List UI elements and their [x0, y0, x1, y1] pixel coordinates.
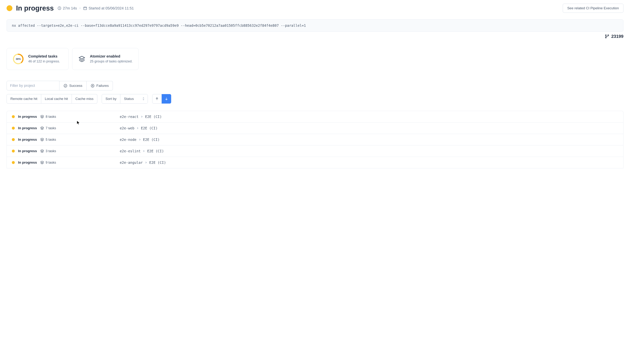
layers-icon	[40, 115, 44, 119]
task-count: 5 tasks	[40, 138, 56, 142]
summary-cards: 38% Completed tasks 46 of 122 in progres…	[6, 48, 624, 70]
layers-icon	[40, 126, 44, 130]
calendar-icon	[83, 6, 87, 10]
task-target-name: E2E (CI)	[145, 115, 162, 119]
failures-filter-button[interactable]: Failures	[86, 81, 113, 90]
duration-meta: 27m 14s	[58, 6, 77, 10]
command-block[interactable]: nx affected --targets=e2e,e2e-ci --base=…	[6, 19, 624, 32]
task-status: In progress	[18, 138, 37, 142]
progress-ring-icon: 38%	[12, 53, 24, 65]
task-row[interactable]: In progress 5 tasks e2e-node E2E (CI)	[7, 134, 623, 145]
project-filter-input[interactable]	[6, 81, 60, 90]
check-circle-icon	[64, 84, 68, 88]
svg-point-2	[606, 35, 606, 36]
svg-point-4	[608, 35, 609, 36]
task-project: e2e-node	[120, 138, 136, 142]
status-dot-icon	[12, 161, 15, 164]
cache-miss-button[interactable]: Cache miss	[72, 94, 97, 104]
task-target: e2e-eslint E2E (CI)	[120, 149, 164, 153]
status-dot-icon	[12, 150, 15, 153]
sort-direction-group	[152, 94, 171, 104]
task-row[interactable]: In progress 8 tasks e2e-react E2E (CI)	[7, 111, 623, 123]
branch-row: 23199	[6, 34, 624, 39]
task-count: 9 tasks	[40, 161, 56, 165]
layers-icon	[78, 55, 86, 63]
task-row[interactable]: In progress 3 tasks e2e-eslint E2E (CI)	[7, 145, 623, 157]
sort-group: Sort by Status	[102, 94, 148, 104]
task-target: e2e-angular E2E (CI)	[120, 161, 166, 165]
task-project: e2e-eslint	[120, 149, 140, 153]
chevron-right-icon	[145, 162, 147, 164]
task-row[interactable]: In progress 7 tasks e2e-web E2E (CI)	[7, 123, 623, 134]
task-target: e2e-web E2E (CI)	[120, 126, 158, 130]
task-project: e2e-web	[120, 126, 134, 130]
task-project: e2e-react	[120, 115, 138, 119]
sort-select[interactable]: Status	[120, 94, 148, 103]
card-content: Atomizer enabled 25 groups of tasks opti…	[90, 54, 132, 64]
clock-icon	[58, 6, 62, 10]
task-target-name: E2E (CI)	[141, 126, 158, 130]
header-left: In progress 27m 14s • Started at 05/06/2…	[6, 4, 134, 12]
status-indicator-icon	[6, 5, 12, 11]
x-circle-icon	[90, 84, 94, 88]
filter-row: Success Failures	[6, 81, 624, 90]
layers-icon	[40, 149, 44, 153]
ci-pipeline-button[interactable]: See related CI Pipeline Execution	[563, 4, 624, 13]
failures-label: Failures	[96, 84, 109, 88]
task-status: In progress	[18, 115, 37, 119]
cache-filter-group: Remote cache hit Local cache hit Cache m…	[6, 94, 97, 104]
svg-point-3	[606, 37, 606, 38]
branch-icon	[605, 34, 610, 39]
started-meta: Started at 05/06/2024 11:51	[83, 6, 134, 10]
started-text: Started at 05/06/2024 11:51	[88, 6, 134, 10]
task-count: 7 tasks	[40, 126, 56, 130]
page-title: In progress	[16, 4, 54, 12]
completed-tasks-card[interactable]: 38% Completed tasks 46 of 122 in progres…	[6, 48, 68, 70]
sort-asc-button[interactable]	[152, 94, 162, 104]
task-status: In progress	[18, 161, 37, 165]
chevron-right-icon	[143, 150, 145, 152]
task-count: 3 tasks	[40, 149, 56, 153]
chevron-right-icon	[136, 127, 139, 129]
task-target-name: E2E (CI)	[143, 138, 160, 142]
header: In progress 27m 14s • Started at 05/06/2…	[6, 4, 624, 13]
task-project: e2e-angular	[120, 161, 143, 165]
task-target-name: E2E (CI)	[149, 161, 166, 165]
status-dot-icon	[12, 138, 15, 141]
branch-number[interactable]: 23199	[611, 34, 624, 39]
svg-rect-1	[84, 7, 87, 10]
task-target: e2e-react E2E (CI)	[120, 115, 162, 119]
completed-title: Completed tasks	[28, 54, 60, 58]
chevron-right-icon	[141, 116, 143, 118]
completed-subtitle: 46 of 122 in progress.	[28, 59, 60, 64]
status-dot-icon	[12, 127, 15, 130]
task-status: In progress	[18, 149, 37, 153]
atomizer-subtitle: 25 groups of tasks optimized.	[90, 59, 132, 64]
layers-icon	[40, 138, 44, 142]
task-status: In progress	[18, 126, 37, 130]
layers-icon	[40, 161, 44, 165]
meta-separator: •	[80, 6, 80, 10]
svg-point-7	[64, 84, 67, 87]
sort-desc-button[interactable]	[162, 94, 171, 104]
card-content: Completed tasks 46 of 122 in progress.	[28, 54, 60, 64]
meta-group: 27m 14s • Started at 05/06/2024 11:51	[58, 6, 134, 10]
sort-select-wrap[interactable]: Status	[120, 94, 148, 103]
success-label: Success	[69, 84, 82, 88]
atomizer-card[interactable]: Atomizer enabled 25 groups of tasks opti…	[72, 48, 138, 70]
duration-text: 27m 14s	[63, 6, 77, 10]
task-count: 8 tasks	[40, 115, 56, 119]
success-filter-button[interactable]: Success	[60, 81, 86, 90]
task-list: In progress 8 tasks e2e-react E2E (CI) I…	[6, 111, 624, 168]
local-cache-button[interactable]: Local cache hit	[41, 94, 72, 104]
arrow-down-icon	[164, 97, 168, 101]
sort-by-label: Sort by	[102, 94, 120, 103]
chevron-right-icon	[139, 139, 141, 141]
remote-cache-button[interactable]: Remote cache hit	[6, 94, 41, 104]
task-row[interactable]: In progress 9 tasks e2e-angular E2E (CI)	[7, 157, 623, 168]
task-target-name: E2E (CI)	[147, 149, 164, 153]
status-dot-icon	[12, 115, 15, 118]
controls-row: Remote cache hit Local cache hit Cache m…	[6, 94, 624, 104]
progress-percent: 38%	[16, 57, 21, 60]
task-target: e2e-node E2E (CI)	[120, 138, 160, 142]
